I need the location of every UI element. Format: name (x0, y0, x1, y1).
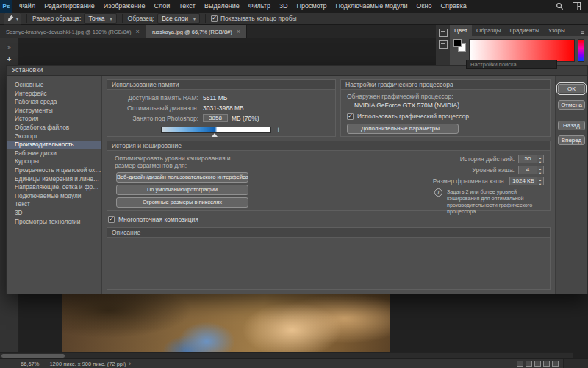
prefs-nav-technology-previews[interactable]: Просмотры технологии (7, 218, 101, 227)
prefs-nav-guides-grid-slices[interactable]: Направляющие, сетка и фрагменты (7, 183, 101, 192)
description-section: Описание (107, 227, 551, 290)
prefs-nav-history-log[interactable]: История (7, 115, 101, 124)
menu-type[interactable]: Текст (174, 0, 200, 13)
photoshop-logo[interactable]: Ps (0, 0, 12, 13)
menu-view[interactable]: Просмотр (292, 0, 331, 13)
cache-levels-value[interactable]: 4 (518, 166, 537, 174)
sample-size-dropdown[interactable]: Точка (84, 13, 116, 24)
tab-color[interactable]: Цвет (450, 25, 472, 36)
separator (26, 14, 27, 23)
prefs-nav-general[interactable]: Основные (7, 81, 101, 90)
prev-button[interactable]: Назад (558, 121, 585, 130)
menu-3d[interactable]: 3D (275, 0, 293, 13)
multithreaded-compositing-checkbox[interactable]: Многопоточная композиция (107, 215, 551, 224)
zoom-level-field[interactable]: 66,67% (21, 361, 39, 367)
color-gradient-field[interactable] (469, 39, 575, 62)
stepper-down-icon[interactable] (537, 182, 543, 186)
horizontal-scrollbar[interactable] (0, 352, 573, 358)
prefs-nav-file-handling[interactable]: Обработка файлов (7, 124, 101, 132)
menu-filter[interactable]: Фильтр (244, 0, 275, 13)
cancel-button[interactable]: Отмена (558, 100, 585, 110)
move-tool-icon[interactable] (7, 55, 12, 63)
document-tab-inactive[interactable]: Sosnye-krasivye-devushki-1.jpg @ 100% (R… (0, 25, 146, 38)
docked-panel-icon[interactable] (439, 40, 448, 49)
close-icon[interactable] (237, 28, 240, 35)
prefs-nav-units-rulers[interactable]: Единицы измерения и линейки (7, 175, 101, 184)
status-icon[interactable] (552, 361, 559, 367)
prefs-nav-performance[interactable]: Производительность (7, 141, 101, 149)
gpu-settings-body: Обнаружен графический процессор: NVIDIA … (341, 90, 550, 137)
document-tab-active[interactable]: russkaya.jpg @ 66,7% (RGB/8#) (146, 25, 247, 38)
show-sampling-ring-checkbox[interactable]: Показывать кольцо пробы (211, 15, 297, 22)
sample-label: Образец: (128, 15, 155, 22)
stepper-down-icon[interactable] (537, 171, 543, 175)
foreground-color-swatch[interactable] (453, 39, 462, 47)
status-icon-group (517, 361, 559, 367)
next-button[interactable]: Вперед (558, 135, 585, 145)
ram-slider-track[interactable] (161, 127, 271, 133)
document-tab-title: Sosnye-krasivye-devushki-1.jpg @ 100% (R… (6, 29, 132, 35)
history-states-value[interactable]: 50 (518, 155, 537, 163)
menu-layers[interactable]: Слои (149, 0, 174, 13)
prefs-nav-interface[interactable]: Интерфейс (7, 90, 101, 99)
prefs-nav-transparency-gamut[interactable]: Прозрачность и цветовой охват (7, 166, 101, 175)
use-gpu-checkbox[interactable]: Использовать графический процессор (347, 113, 544, 120)
menu-file[interactable]: Файл (15, 0, 40, 13)
prefs-nav-cursors[interactable]: Курсоры (7, 158, 101, 166)
foreground-background-swatches[interactable] (453, 39, 466, 52)
menu-image[interactable]: Изображение (99, 0, 150, 13)
slider-plus-label[interactable]: + (276, 126, 281, 134)
menu-help[interactable]: Справка (437, 0, 471, 13)
prefs-nav-workspace[interactable]: Рабочая среда (7, 98, 101, 107)
gpu-advanced-settings-button[interactable]: Дополнительные параметры... (347, 124, 459, 134)
slider-minus-label[interactable]: − (151, 126, 156, 134)
ram-used-input[interactable]: 3858 (203, 114, 228, 122)
sample-size-value: Точка (88, 15, 104, 22)
ram-used-suffix: МБ (70%) (232, 115, 259, 122)
tab-gradients[interactable]: Градиенты (506, 25, 544, 36)
optimize-default-photos-button[interactable]: По умолчанию/фотографии (116, 185, 248, 195)
status-options-icon[interactable] (126, 360, 131, 367)
options-bar: Размер образца: Точка Образец: Все слои … (0, 13, 588, 25)
checkbox-checked-icon (347, 113, 354, 120)
history-cache-body: Оптимизировать уровни кэширования и разм… (107, 151, 550, 218)
tool-preset-picker[interactable] (4, 13, 21, 25)
close-icon[interactable] (136, 28, 140, 35)
collapse-panel-icon[interactable] (7, 39, 10, 52)
status-icon[interactable] (543, 361, 550, 367)
status-icon[interactable] (534, 361, 541, 367)
optimize-cache-label: Оптимизировать уровни кэширования и разм… (115, 155, 240, 169)
prefs-nav-plugins[interactable]: Подключаемые модули (7, 192, 101, 201)
stepper-down-icon[interactable] (537, 160, 543, 164)
optimize-huge-pixel-button[interactable]: Огромные размеры в пикселях (116, 197, 248, 208)
ram-slider-thumb[interactable] (212, 133, 218, 137)
prefs-nav-scratch-disks[interactable]: Рабочие диски (7, 149, 101, 158)
hue-slider[interactable] (578, 39, 584, 62)
menu-window[interactable]: Окно (412, 0, 437, 13)
ideal-range-value: 3031-3968 МБ (203, 105, 244, 112)
status-icon[interactable] (517, 361, 523, 367)
menu-plugins[interactable]: Подключаемые модули (331, 0, 412, 13)
panel-menu-icon[interactable] (577, 29, 588, 36)
photo-canvas[interactable] (62, 294, 390, 352)
prefs-nav-3d[interactable]: 3D (7, 209, 101, 218)
tab-swatches[interactable]: Образцы (472, 25, 506, 36)
menu-select[interactable]: Выделение (200, 0, 244, 13)
scrollbar-thumb[interactable] (1, 354, 65, 358)
tab-patterns[interactable]: Узоры (544, 25, 570, 36)
workspace-icon[interactable] (573, 2, 581, 10)
search-icon[interactable] (556, 2, 564, 10)
separator (205, 14, 206, 23)
search-settings-field[interactable]: Настройки поиска (466, 60, 557, 69)
cache-tile-size-value[interactable]: 1024 КБ (509, 177, 537, 185)
menu-edit[interactable]: Редактирование (40, 0, 99, 13)
optimize-web-design-button[interactable]: Веб-дизайн/дизайн пользовательского инте… (116, 172, 248, 183)
status-icon[interactable] (526, 361, 532, 367)
sample-dropdown[interactable]: Все слои (157, 13, 200, 24)
cache-info-note: Задать 2 или более уровней кэширования д… (356, 188, 544, 215)
prefs-nav-export[interactable]: Экспорт (7, 132, 101, 141)
prefs-nav-tools[interactable]: Инструменты (7, 107, 101, 116)
prefs-nav-type[interactable]: Текст (7, 200, 101, 209)
docked-panel-icon[interactable] (439, 29, 448, 37)
ok-button[interactable]: ОК (558, 84, 585, 93)
